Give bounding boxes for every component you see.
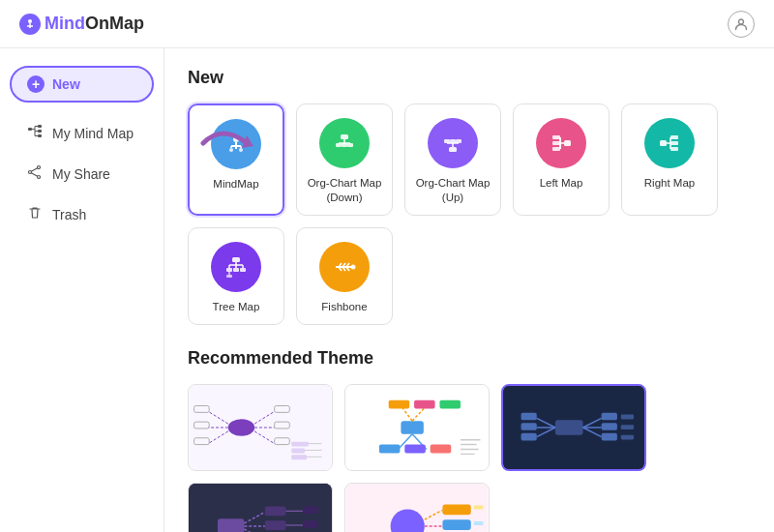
svg-rect-59 [240, 268, 246, 272]
svg-rect-7 [38, 134, 42, 137]
logo-text-on: On [85, 14, 109, 34]
new-section-title: New [188, 68, 751, 88]
theme-section-title: Recommended Theme [188, 348, 751, 369]
svg-rect-26 [341, 134, 348, 139]
svg-rect-143 [442, 519, 470, 530]
right-map-label: Right Map [644, 176, 695, 191]
svg-rect-6 [38, 130, 42, 133]
logo-text-map: Map [109, 14, 144, 34]
svg-rect-120 [621, 414, 634, 419]
theme-light-purple[interactable] [188, 384, 333, 471]
theme-dark-blue[interactable] [501, 384, 646, 471]
svg-rect-58 [233, 268, 239, 272]
svg-rect-32 [449, 147, 457, 152]
trash-icon [27, 205, 43, 224]
logo-text-mind: Mind [45, 14, 85, 34]
sidebar-item-my-share[interactable]: My Share [8, 155, 156, 193]
svg-rect-57 [226, 268, 232, 272]
svg-rect-124 [218, 518, 244, 532]
svg-rect-142 [442, 504, 470, 515]
svg-rect-107 [555, 420, 583, 434]
theme-colorful[interactable] [344, 384, 490, 471]
svg-rect-117 [602, 413, 617, 421]
svg-rect-114 [521, 413, 537, 421]
new-button-label: New [52, 76, 80, 92]
org-chart-up-label: Org-Chart Map (Up) [413, 176, 492, 205]
main-layout: + New My Mind Map My Share Trash [0, 48, 774, 532]
svg-rect-37 [456, 139, 461, 143]
svg-rect-91 [401, 421, 423, 434]
sidebar-item-my-mind-map[interactable]: My Mind Map [8, 114, 156, 153]
sidebar: + New My Mind Map My Share Trash [0, 48, 164, 532]
right-map-icon [644, 118, 695, 168]
template-org-chart-down[interactable]: Org-Chart Map (Down) [296, 103, 393, 216]
svg-rect-43 [552, 147, 560, 151]
header: MindOnMap [0, 0, 774, 48]
svg-rect-122 [621, 434, 634, 439]
svg-point-3 [739, 19, 744, 24]
svg-rect-135 [303, 520, 318, 528]
sidebar-item-trash-label: Trash [52, 207, 86, 222]
fishbone-label: Fishbone [321, 300, 367, 314]
share-icon [27, 164, 43, 184]
svg-point-15 [29, 171, 32, 174]
sidebar-item-trash[interactable]: Trash [8, 195, 156, 234]
svg-rect-41 [552, 135, 560, 139]
new-button[interactable]: + New [10, 66, 154, 103]
fishbone-icon [319, 242, 370, 292]
plus-icon: + [27, 75, 45, 93]
sidebar-item-my-mind-map-label: My Mind Map [52, 126, 134, 141]
template-org-chart-up[interactable]: Org-Chart Map (Up) [404, 103, 501, 216]
svg-rect-50 [670, 147, 678, 151]
svg-rect-4 [28, 128, 32, 131]
svg-rect-119 [602, 433, 617, 441]
org-chart-down-icon [319, 118, 370, 168]
left-map-icon [536, 118, 586, 168]
svg-rect-5 [38, 125, 42, 128]
svg-rect-35 [444, 139, 450, 143]
tree-map-icon [211, 242, 261, 292]
svg-point-13 [38, 166, 41, 169]
svg-rect-134 [303, 506, 318, 514]
template-right-map[interactable]: Right Map [621, 103, 718, 216]
theme-dark-purple[interactable] [188, 483, 333, 532]
svg-rect-129 [265, 520, 286, 530]
svg-rect-29 [336, 143, 342, 147]
svg-rect-146 [474, 521, 484, 525]
svg-rect-45 [660, 140, 667, 146]
theme-bright-colorful[interactable] [344, 483, 490, 532]
svg-rect-128 [265, 506, 286, 516]
svg-rect-116 [521, 433, 537, 441]
svg-point-69 [351, 264, 356, 269]
svg-line-16 [31, 168, 37, 171]
svg-rect-100 [404, 444, 426, 453]
arrow-decoration [194, 114, 271, 176]
logo-icon [19, 14, 41, 35]
mindmap-label: MindMap [213, 177, 258, 192]
svg-rect-31 [347, 143, 353, 147]
template-fishbone[interactable]: Fishbone [296, 227, 393, 325]
svg-line-17 [31, 173, 37, 176]
user-avatar[interactable] [728, 11, 755, 38]
org-chart-down-label: Org-Chart Map (Down) [305, 176, 384, 205]
svg-point-0 [28, 19, 32, 23]
svg-rect-84 [291, 441, 309, 446]
svg-rect-86 [291, 455, 307, 459]
svg-rect-49 [670, 141, 678, 145]
template-left-map[interactable]: Left Map [513, 103, 610, 216]
svg-rect-61 [226, 275, 232, 278]
svg-rect-99 [379, 444, 401, 453]
tree-map-label: Tree Map [213, 300, 260, 314]
svg-point-71 [228, 419, 254, 436]
theme-grid [188, 384, 751, 532]
svg-rect-145 [474, 505, 484, 509]
svg-rect-98 [439, 399, 461, 408]
mind-map-icon [27, 124, 43, 143]
svg-rect-30 [342, 143, 347, 147]
svg-rect-36 [450, 139, 456, 143]
svg-rect-51 [232, 257, 240, 262]
svg-point-14 [38, 176, 41, 179]
svg-rect-121 [621, 425, 634, 429]
template-tree-map[interactable]: Tree Map [188, 227, 284, 325]
svg-rect-42 [552, 141, 560, 145]
